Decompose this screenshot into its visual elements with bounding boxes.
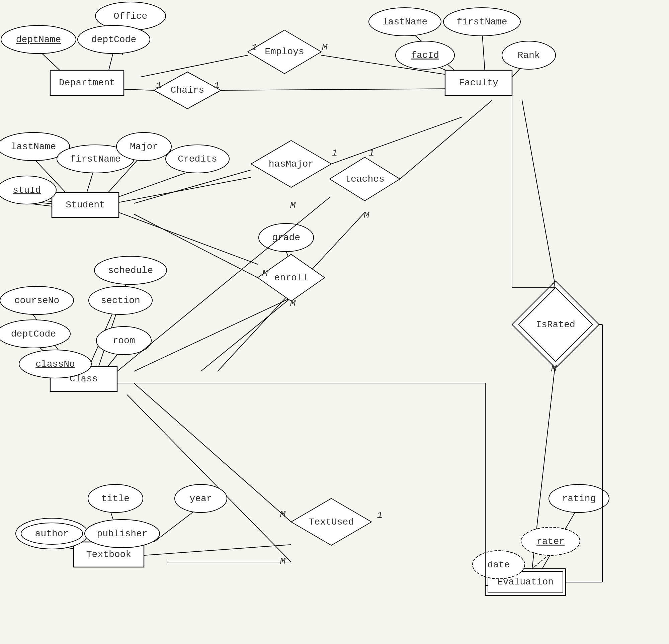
teaches-card-m: M: [364, 211, 370, 221]
teaches-card-1: 1: [369, 148, 374, 158]
chairs-card-1fac: 1: [214, 80, 220, 91]
enroll-label: enroll: [274, 273, 308, 283]
faculty-label: Faculty: [459, 77, 498, 88]
israted-label: IsRated: [536, 319, 575, 330]
department-label: Department: [59, 77, 115, 88]
cls-classno-label: classNo: [35, 359, 75, 369]
israted-card-m: M: [551, 364, 557, 374]
eval-date-label: date: [487, 560, 510, 570]
employs-card-1: 1: [252, 42, 257, 53]
enroll-card-m-stu: M: [262, 268, 268, 279]
fac-lastname-label: lastName: [383, 17, 427, 27]
fac-firstname-label: firstName: [456, 17, 507, 27]
cls-schedule-label: schedule: [108, 265, 153, 276]
cls-section-label: section: [101, 296, 140, 306]
textbook-label: Textbook: [86, 549, 131, 560]
textused-card-1: 1: [377, 510, 383, 520]
teaches-label: teaches: [345, 174, 385, 184]
textused-card-m-cls: M: [280, 509, 286, 519]
employs-card-m: M: [322, 42, 328, 53]
eval-rating-label: rating: [562, 493, 596, 504]
cls-courseno-label: courseNo: [14, 296, 59, 306]
employs-label: Employs: [265, 46, 304, 57]
deptcode-dept-label: deptCode: [91, 34, 136, 45]
eval-rater-label: rater: [537, 536, 565, 547]
stu-credits-label: Credits: [178, 154, 217, 164]
hasmajor-card-m: M: [290, 200, 296, 211]
fac-rank-label: Rank: [517, 50, 540, 60]
txt-author-label: author: [35, 529, 69, 539]
student-label: Student: [66, 200, 105, 210]
deptname-label: deptName: [16, 34, 61, 45]
stu-major-label: Major: [130, 142, 158, 152]
stu-lastname-label: lastName: [11, 142, 56, 152]
fac-facid-label: facId: [411, 50, 439, 60]
stu-stuid-label: stuId: [13, 185, 41, 195]
txt-year-label: year: [189, 493, 212, 504]
txt-publisher-label: publisher: [97, 529, 147, 539]
enroll-card-m-cls: M: [290, 298, 296, 309]
chairs-card-1dept: 1: [156, 80, 162, 91]
cls-room-label: room: [112, 335, 135, 346]
txt-title-label: title: [101, 493, 129, 504]
hasmajor-label: hasMajor: [269, 159, 314, 169]
chairs-label: Chairs: [171, 85, 204, 95]
hasmajor-card-1: 1: [332, 148, 338, 158]
stu-firstname-label: firstName: [70, 154, 120, 164]
israted-card-1: 1: [551, 281, 557, 291]
textused-label: TextUsed: [309, 517, 354, 527]
cls-deptcode-label: deptCode: [11, 329, 56, 339]
office-label: Office: [114, 11, 147, 22]
textused-card-m-bot: M: [280, 556, 286, 567]
